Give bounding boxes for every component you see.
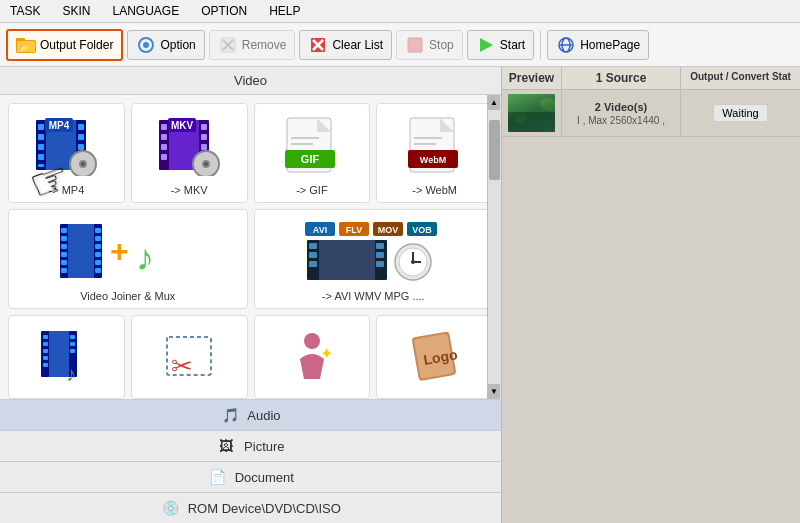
- menu-help[interactable]: HELP: [263, 2, 306, 20]
- format-item-joiner[interactable]: + ♪ Video Joiner & Mux: [8, 209, 248, 309]
- source-sub: I , Max 2560x1440 ,: [577, 115, 665, 126]
- mp4-label: -> MP4: [48, 184, 84, 196]
- format-item-avi[interactable]: AVI FLV MOV VOB: [254, 209, 494, 309]
- scroll-up[interactable]: ▲: [488, 95, 500, 110]
- category-document[interactable]: 📄 Document: [0, 462, 501, 493]
- svg-rect-108: [43, 342, 48, 346]
- svg-rect-68: [61, 228, 67, 233]
- format-item-gif[interactable]: GIF -> GIF: [254, 103, 371, 203]
- svg-rect-43: [201, 124, 207, 130]
- svg-rect-98: [376, 261, 384, 267]
- format-grid: MP4 -> MP4: [0, 95, 501, 399]
- left-panel: Video ☞: [0, 67, 502, 523]
- cut-icon: ✂: [153, 324, 225, 388]
- svg-rect-27: [78, 144, 84, 150]
- scroll-down[interactable]: ▼: [488, 384, 500, 399]
- format-item-mp4[interactable]: MP4 -> MP4: [8, 103, 125, 203]
- stop-icon: [405, 35, 425, 55]
- svg-point-35: [81, 162, 85, 166]
- toolbar: 📁 Output Folder Option Remove: [0, 23, 800, 67]
- svg-rect-110: [43, 356, 48, 360]
- avi-label: -> AVI WMV MPG ....: [322, 290, 425, 302]
- svg-rect-79: [95, 268, 101, 273]
- category-picture[interactable]: 🖼 Picture: [0, 431, 501, 462]
- stop-button[interactable]: Stop: [396, 30, 463, 60]
- format-item-logo[interactable]: Logo: [376, 315, 493, 399]
- scrollbar[interactable]: ▲ ▼: [487, 95, 501, 399]
- category-rom[interactable]: 💿 ROM Device\DVD\CD\ISO: [0, 493, 501, 523]
- svg-rect-39: [161, 124, 167, 130]
- format-item-mkv[interactable]: MKV -> MKV: [131, 103, 248, 203]
- clear-list-icon: [308, 35, 328, 55]
- gif-icon: GIF: [276, 114, 348, 178]
- homepage-icon: [556, 35, 576, 55]
- menu-option[interactable]: OPTION: [195, 2, 253, 20]
- logo-icon: Logo: [399, 324, 471, 388]
- start-icon: [476, 35, 496, 55]
- joiner-label: Video Joiner & Mux: [80, 290, 175, 302]
- mp4-icon: MP4: [30, 114, 102, 178]
- svg-rect-25: [78, 124, 84, 130]
- svg-rect-96: [376, 243, 384, 249]
- svg-rect-78: [95, 260, 101, 265]
- svg-point-127: [514, 115, 526, 123]
- start-button[interactable]: Start: [467, 30, 534, 60]
- source-title: 2 Video(s): [595, 101, 647, 113]
- right-row-1: 2 Video(s) I , Max 2560x1440 , Waiting: [502, 90, 800, 137]
- svg-point-126: [540, 98, 555, 110]
- svg-point-5: [143, 42, 149, 48]
- svg-text:♪: ♪: [66, 363, 76, 384]
- format-item-transform[interactable]: ✦: [254, 315, 371, 399]
- svg-rect-20: [38, 124, 44, 130]
- menu-skin[interactable]: SKIN: [56, 2, 96, 20]
- stop-label: Stop: [429, 38, 454, 52]
- format-item-cut[interactable]: ✂: [131, 315, 248, 399]
- svg-text:WebM: WebM: [419, 155, 445, 165]
- svg-rect-94: [309, 252, 317, 258]
- category-header: Video: [0, 67, 501, 95]
- homepage-label: HomePage: [580, 38, 640, 52]
- svg-point-103: [411, 260, 415, 264]
- output-folder-button[interactable]: 📁 Output Folder: [6, 29, 123, 61]
- svg-rect-125: [508, 112, 555, 132]
- svg-rect-72: [61, 260, 67, 265]
- toolbar-separator: [540, 30, 541, 60]
- preview-cell: [502, 90, 562, 136]
- menu-task[interactable]: TASK: [4, 2, 46, 20]
- scroll-thumb[interactable]: [489, 120, 500, 180]
- svg-text:✦: ✦: [320, 345, 333, 362]
- mkv-label: -> MKV: [171, 184, 208, 196]
- svg-rect-111: [43, 363, 48, 367]
- svg-rect-73: [61, 268, 67, 273]
- svg-rect-40: [161, 134, 167, 140]
- format-item-webm[interactable]: WebM -> WebM: [376, 103, 493, 203]
- output-folder-label: Output Folder: [40, 38, 113, 52]
- header-status: Output / Convert Stat: [681, 67, 800, 89]
- svg-text:GIF: GIF: [301, 153, 320, 165]
- clear-list-button[interactable]: Clear List: [299, 30, 392, 60]
- right-panel: Preview 1 Source Output / Convert Stat: [502, 67, 800, 523]
- option-button[interactable]: Option: [127, 30, 204, 60]
- svg-rect-123: [508, 94, 555, 132]
- homepage-button[interactable]: HomePage: [547, 30, 649, 60]
- webm-icon: WebM: [399, 114, 471, 178]
- svg-rect-113: [70, 342, 75, 346]
- joiner-icon: + ♪: [58, 220, 198, 284]
- remove-button[interactable]: Remove: [209, 30, 296, 60]
- svg-text:FLV: FLV: [346, 225, 362, 235]
- svg-text:📁: 📁: [19, 43, 28, 52]
- svg-rect-70: [61, 244, 67, 249]
- svg-rect-107: [43, 335, 48, 339]
- svg-rect-75: [95, 236, 101, 241]
- svg-rect-95: [309, 261, 317, 267]
- svg-rect-24: [38, 164, 44, 167]
- option-icon: [136, 35, 156, 55]
- menu-language[interactable]: LANGUAGE: [106, 2, 185, 20]
- source-cell: 2 Video(s) I , Max 2560x1440 ,: [562, 90, 681, 136]
- svg-point-52: [204, 162, 208, 166]
- format-item-extract[interactable]: ♪: [8, 315, 125, 399]
- svg-rect-114: [70, 349, 75, 353]
- svg-rect-77: [95, 252, 101, 257]
- category-audio[interactable]: 🎵 Audio: [0, 400, 501, 431]
- format-grid-container[interactable]: ☞: [0, 95, 501, 399]
